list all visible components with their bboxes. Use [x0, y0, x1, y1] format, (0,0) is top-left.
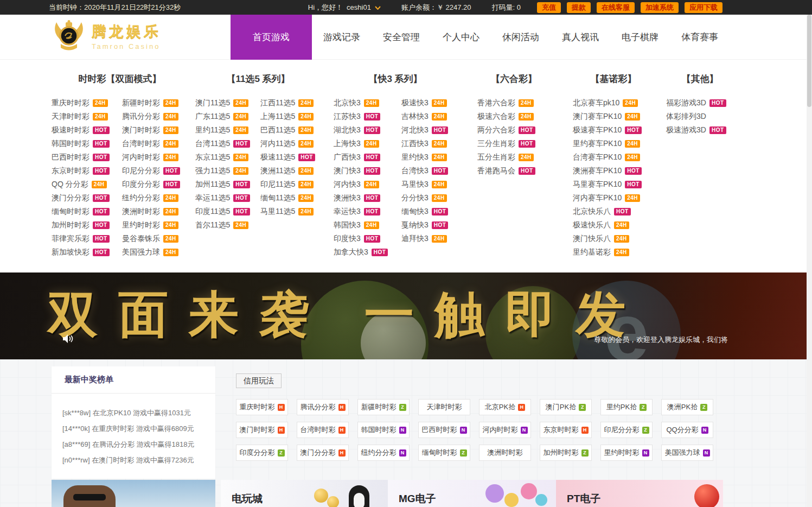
game-button[interactable]: 巴西时时彩 N [418, 422, 470, 438]
game-button[interactable]: 印度分分彩 Z [236, 445, 288, 461]
menu-game-link[interactable]: 加州11选5 HOT [195, 178, 256, 191]
menu-game-link[interactable]: 体彩排列3D [666, 110, 734, 123]
menu-game-link[interactable]: 三分生肖彩 HOT [477, 137, 551, 150]
nav-item[interactable]: 休闲活动 [491, 15, 551, 60]
menu-game-link[interactable]: 澳门时时彩 24H [122, 123, 188, 137]
nav-item[interactable]: 个人中心 [431, 15, 491, 60]
menu-game-link[interactable]: 韩国时时彩 HOT [52, 137, 118, 150]
menu-game-link[interactable]: 印尼11选5 24H [260, 178, 321, 191]
menu-game-link[interactable]: 福彩游戏3D HOT [666, 96, 734, 110]
menu-game-link[interactable]: 里约快3 24H [401, 150, 457, 164]
menu-game-link[interactable]: 分分快3 24H [401, 191, 457, 205]
game-button[interactable]: 加州时时彩 Z [540, 445, 592, 461]
menu-game-link[interactable]: 印尼分分彩 HOT [122, 164, 188, 178]
menu-game-link[interactable]: 重庆时时彩 24H [52, 96, 118, 110]
tab-credit-play[interactable]: 信用玩法 [236, 373, 282, 388]
user-menu[interactable]: Hi，您好！ ceshi01 [308, 3, 381, 12]
menu-game-link[interactable]: 加拿大快3 HOT [334, 245, 397, 259]
menu-game-link[interactable]: 里约时时彩 24H [122, 218, 188, 232]
menu-game-link[interactable]: 吉林快3 24H [401, 110, 457, 123]
game-button[interactable]: 印尼分分彩 Z [600, 422, 653, 438]
menu-game-link[interactable]: 上海快3 24H [334, 137, 397, 150]
menu-game-link[interactable]: 澳洲11选5 24H [260, 164, 321, 178]
speaker-icon[interactable] [63, 334, 74, 345]
menu-game-link[interactable]: 菲律宾乐彩 HOT [52, 232, 118, 245]
menu-game-link[interactable]: 江西快3 24H [401, 137, 457, 150]
menu-game-link[interactable]: 天津时时彩 24H [52, 110, 118, 123]
menu-game-link[interactable]: 河内11选5 24H [260, 137, 321, 150]
game-button[interactable]: 河内时时彩 N [479, 422, 531, 438]
menu-game-link[interactable]: 河北快3 HOT [401, 123, 457, 137]
menu-game-link[interactable]: 极速快乐八 24H [573, 218, 654, 232]
menu-game-link[interactable]: 广西快3 HOT [334, 150, 397, 164]
menu-game-link[interactable]: 腾讯分分彩 24H [122, 110, 188, 123]
menu-game-link[interactable]: 上海11选5 24H [260, 110, 321, 123]
menu-game-link[interactable]: 五分生肖彩 24H [477, 150, 551, 164]
game-button[interactable]: 澳门时时彩 H [236, 422, 288, 438]
game-button[interactable]: 里约时时彩 N [600, 445, 653, 461]
menu-game-link[interactable]: 台湾时时彩 24H [122, 137, 188, 150]
game-button[interactable]: 澳门分分彩 H [297, 445, 349, 461]
menu-game-link[interactable]: 新疆时时彩 24H [122, 96, 188, 110]
game-button[interactable]: 腾讯分分彩 H [297, 399, 349, 415]
section-mg-slots[interactable]: MG电子 [388, 480, 556, 507]
menu-game-link[interactable]: 极速时时彩 HOT [52, 123, 118, 137]
menu-game-link[interactable]: 缅甸时时彩 HOT [52, 205, 118, 218]
menu-game-link[interactable]: 曼谷泰铢乐 24H [122, 232, 188, 245]
scrollbar-thumb[interactable] [807, 15, 811, 107]
menu-game-link[interactable]: 极速11选5 HOT [260, 150, 321, 164]
menu-game-link[interactable]: 极速赛车PK10 HOT [573, 123, 654, 137]
game-button[interactable]: 澳门PK拾 Z [540, 399, 592, 415]
menu-game-link[interactable]: 台湾快3 HOT [401, 164, 457, 178]
menu-game-link[interactable]: 缅甸快3 HOT [401, 205, 457, 218]
logo[interactable]: 腾龙娱乐 Tamron Casino [52, 20, 161, 52]
game-button[interactable]: 北京PK拾 H [479, 399, 531, 415]
game-button[interactable]: 澳洲PK拾 Z [661, 399, 713, 415]
game-button[interactable]: 澳洲时时彩 [479, 445, 531, 461]
menu-game-link[interactable]: 澳门11选5 24H [195, 96, 256, 110]
menu-game-link[interactable]: 纽约分分彩 24H [122, 191, 188, 205]
nav-item[interactable]: 真人视讯 [551, 15, 610, 60]
game-button[interactable]: 纽约分分彩 N [357, 445, 410, 461]
menu-game-link[interactable]: 缅甸11选5 24H [260, 191, 321, 205]
menu-game-link[interactable]: 台湾赛车PK10 24H [573, 150, 654, 164]
game-button[interactable]: 韩国时时彩 N [357, 422, 410, 438]
menu-game-link[interactable]: 韩国快3 24H [334, 218, 397, 232]
game-button[interactable]: 重庆时时彩 H [236, 399, 288, 415]
menu-game-link[interactable]: 澳门快乐八 24H [573, 232, 654, 245]
menu-game-link[interactable]: 新加坡快彩 HOT [52, 245, 118, 259]
menu-game-link[interactable]: 巴西11选5 24H [260, 123, 321, 137]
menu-game-link[interactable]: 广东11选5 24H [195, 110, 256, 123]
topbar-action-button[interactable]: 在线客服 [597, 2, 635, 13]
menu-game-link[interactable]: 里约赛车PK10 24H [573, 137, 654, 150]
menu-game-link[interactable]: 里约11选5 24H [195, 123, 256, 137]
game-button[interactable]: 新疆时时彩 Z [357, 399, 410, 415]
section-pt-slots[interactable]: PT电子 [556, 480, 723, 507]
menu-game-link[interactable]: 北京赛车pk10 24H [573, 96, 654, 110]
menu-game-link[interactable]: 东京时时彩 HOT [52, 164, 118, 178]
menu-game-link[interactable]: 湖北快3 HOT [334, 123, 397, 137]
menu-game-link[interactable]: 河内时时彩 24H [122, 150, 188, 164]
menu-game-link[interactable]: 香港六合彩 24H [477, 96, 551, 110]
menu-game-link[interactable]: 两分六合彩 HOT [477, 123, 551, 137]
menu-game-link[interactable]: 澳洲快3 HOT [334, 191, 397, 205]
menu-game-link[interactable]: 戛纳快3 HOT [401, 218, 457, 232]
nav-item[interactable]: 电子棋牌 [610, 15, 670, 60]
nav-item[interactable]: 安全管理 [372, 15, 431, 60]
game-button[interactable]: 东京时时彩 H [540, 422, 592, 438]
menu-game-link[interactable]: 巴西时时彩 HOT [52, 150, 118, 164]
menu-game-link[interactable]: 极速六合彩 24H [477, 110, 551, 123]
menu-game-link[interactable]: 东京11选5 24H [195, 150, 256, 164]
nav-item[interactable]: 体育赛事 [670, 15, 730, 60]
game-button[interactable]: 美国强力球 N [661, 445, 713, 461]
menu-game-link[interactable]: 极速游戏3D HOT [666, 123, 734, 137]
topbar-action-button[interactable]: 加速系统 [641, 2, 679, 13]
menu-game-link[interactable]: 强力11选5 24H [195, 164, 256, 178]
section-arcade[interactable]: 电玩城 [221, 480, 388, 507]
game-button[interactable]: 缅甸时时彩 Z [418, 445, 470, 461]
game-button[interactable]: QQ分分彩 N [661, 422, 713, 438]
menu-game-link[interactable]: 迪拜快3 24H [401, 232, 457, 245]
game-button[interactable]: 台湾时时彩 H [297, 422, 349, 438]
menu-game-link[interactable]: 印度11选5 HOT [195, 205, 256, 218]
menu-game-link[interactable]: QQ 分分彩 24H [52, 178, 118, 191]
